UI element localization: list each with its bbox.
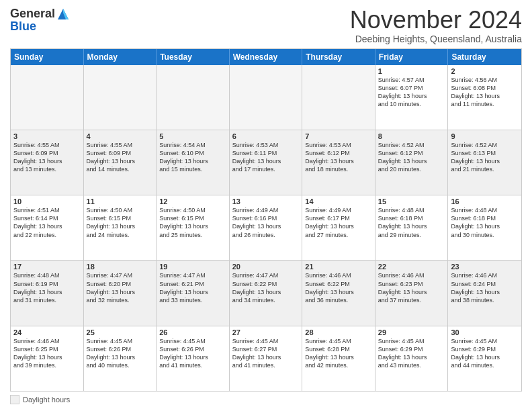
calendar-cell: 8Sunrise: 4:52 AMSunset: 6:12 PMDaylight… (375, 130, 449, 195)
logo-general-text: General (10, 7, 55, 21)
day-detail: Sunrise: 4:46 AMSunset: 6:25 PMDaylight:… (13, 337, 81, 370)
day-number: 6 (232, 132, 300, 140)
logo-triangle-icon (56, 7, 70, 21)
logo: General Blue (10, 7, 70, 34)
day-number: 23 (451, 263, 519, 271)
calendar-cell: 9Sunrise: 4:52 AMSunset: 6:13 PMDaylight… (448, 130, 521, 195)
day-number: 25 (87, 328, 154, 336)
day-detail: Sunrise: 4:49 AMSunset: 6:16 PMDaylight:… (232, 206, 300, 239)
day-number: 9 (451, 132, 519, 140)
calendar-cell: 16Sunrise: 4:48 AMSunset: 6:18 PMDayligh… (448, 195, 521, 260)
calendar-cell: 10Sunrise: 4:51 AMSunset: 6:14 PMDayligh… (11, 195, 84, 260)
calendar-cell: 19Sunrise: 4:47 AMSunset: 6:21 PMDayligh… (157, 261, 230, 325)
day-detail: Sunrise: 4:45 AMSunset: 6:27 PMDaylight:… (232, 337, 300, 370)
calendar-cell (11, 65, 84, 130)
calendar-header: SundayMondayTuesdayWednesdayThursdayFrid… (11, 49, 521, 65)
calendar-cell: 2Sunrise: 4:56 AMSunset: 6:08 PMDaylight… (448, 65, 521, 130)
calendar-week-1: 1Sunrise: 4:57 AMSunset: 6:07 PMDaylight… (11, 65, 521, 130)
day-detail: Sunrise: 4:51 AMSunset: 6:14 PMDaylight:… (13, 206, 81, 239)
day-detail: Sunrise: 4:48 AMSunset: 6:18 PMDaylight:… (378, 206, 445, 239)
calendar-week-3: 10Sunrise: 4:51 AMSunset: 6:14 PMDayligh… (11, 195, 521, 260)
calendar-header-sunday: Sunday (11, 49, 84, 65)
day-number: 12 (159, 197, 226, 205)
day-detail: Sunrise: 4:53 AMSunset: 6:11 PMDaylight:… (232, 141, 300, 174)
footer: Daylight hours (10, 395, 522, 404)
day-detail: Sunrise: 4:46 AMSunset: 6:22 PMDaylight:… (305, 271, 372, 304)
day-detail: Sunrise: 4:45 AMSunset: 6:29 PMDaylight:… (378, 337, 445, 370)
day-number: 22 (378, 263, 445, 271)
calendar-cell: 6Sunrise: 4:53 AMSunset: 6:11 PMDaylight… (230, 130, 303, 195)
calendar-cell: 29Sunrise: 4:45 AMSunset: 6:29 PMDayligh… (375, 326, 449, 391)
calendar-cell (230, 65, 303, 130)
calendar-cell: 21Sunrise: 4:46 AMSunset: 6:22 PMDayligh… (302, 261, 375, 325)
day-number: 4 (87, 132, 154, 140)
day-number: 10 (13, 197, 81, 205)
calendar-cell: 30Sunrise: 4:45 AMSunset: 6:29 PMDayligh… (448, 326, 521, 391)
day-number: 11 (87, 197, 154, 205)
month-title: November 2024 (350, 7, 522, 34)
calendar-cell: 1Sunrise: 4:57 AMSunset: 6:07 PMDaylight… (375, 65, 449, 130)
calendar-cell: 26Sunrise: 4:45 AMSunset: 6:26 PMDayligh… (157, 326, 230, 391)
calendar-body: 1Sunrise: 4:57 AMSunset: 6:07 PMDaylight… (11, 65, 521, 391)
day-detail: Sunrise: 4:53 AMSunset: 6:12 PMDaylight:… (305, 141, 372, 174)
day-number: 14 (305, 197, 372, 205)
calendar-header-saturday: Saturday (448, 49, 521, 65)
day-detail: Sunrise: 4:55 AMSunset: 6:09 PMDaylight:… (87, 141, 154, 174)
day-number: 27 (232, 328, 300, 336)
day-detail: Sunrise: 4:46 AMSunset: 6:23 PMDaylight:… (378, 271, 445, 304)
day-number: 19 (159, 263, 226, 271)
day-number: 1 (378, 67, 445, 75)
calendar-week-5: 24Sunrise: 4:46 AMSunset: 6:25 PMDayligh… (11, 326, 521, 391)
day-detail: Sunrise: 4:45 AMSunset: 6:29 PMDaylight:… (451, 337, 519, 370)
calendar-cell: 4Sunrise: 4:55 AMSunset: 6:09 PMDaylight… (84, 130, 157, 195)
day-number: 15 (378, 197, 445, 205)
calendar-cell: 28Sunrise: 4:45 AMSunset: 6:28 PMDayligh… (302, 326, 375, 391)
logo-blue-text: Blue (10, 19, 36, 34)
day-number: 26 (159, 328, 226, 336)
calendar-cell: 25Sunrise: 4:45 AMSunset: 6:26 PMDayligh… (84, 326, 157, 391)
calendar-cell: 17Sunrise: 4:48 AMSunset: 6:19 PMDayligh… (11, 261, 84, 325)
calendar-cell: 7Sunrise: 4:53 AMSunset: 6:12 PMDaylight… (302, 130, 375, 195)
calendar-cell: 12Sunrise: 4:50 AMSunset: 6:15 PMDayligh… (157, 195, 230, 260)
calendar-cell (157, 65, 230, 130)
day-number: 17 (13, 263, 81, 271)
day-detail: Sunrise: 4:52 AMSunset: 6:13 PMDaylight:… (451, 141, 519, 174)
day-detail: Sunrise: 4:55 AMSunset: 6:09 PMDaylight:… (13, 141, 81, 174)
day-number: 13 (232, 197, 300, 205)
day-detail: Sunrise: 4:57 AMSunset: 6:07 PMDaylight:… (378, 76, 445, 109)
header: General Blue November 2024 Deebing Heigh… (10, 7, 522, 44)
day-number: 5 (159, 132, 226, 140)
calendar-cell: 14Sunrise: 4:49 AMSunset: 6:17 PMDayligh… (302, 195, 375, 260)
day-number: 29 (378, 328, 445, 336)
day-number: 3 (13, 132, 81, 140)
calendar-cell: 23Sunrise: 4:46 AMSunset: 6:24 PMDayligh… (448, 261, 521, 325)
day-detail: Sunrise: 4:47 AMSunset: 6:20 PMDaylight:… (87, 271, 154, 304)
calendar-cell: 24Sunrise: 4:46 AMSunset: 6:25 PMDayligh… (11, 326, 84, 391)
day-detail: Sunrise: 4:54 AMSunset: 6:10 PMDaylight:… (159, 141, 226, 174)
day-detail: Sunrise: 4:47 AMSunset: 6:21 PMDaylight:… (159, 271, 226, 304)
title-area: November 2024 Deebing Heights, Queenslan… (350, 7, 522, 44)
calendar-header-thursday: Thursday (302, 49, 375, 65)
calendar-header-monday: Monday (84, 49, 157, 65)
day-detail: Sunrise: 4:56 AMSunset: 6:08 PMDaylight:… (451, 76, 519, 109)
day-detail: Sunrise: 4:50 AMSunset: 6:15 PMDaylight:… (159, 206, 226, 239)
page: General Blue November 2024 Deebing Heigh… (0, 0, 532, 411)
calendar-week-4: 17Sunrise: 4:48 AMSunset: 6:19 PMDayligh… (11, 260, 521, 325)
day-number: 8 (378, 132, 445, 140)
day-number: 16 (451, 197, 519, 205)
day-number: 2 (451, 67, 519, 75)
day-number: 30 (451, 328, 519, 336)
calendar-header-tuesday: Tuesday (157, 49, 230, 65)
day-detail: Sunrise: 4:49 AMSunset: 6:17 PMDaylight:… (305, 206, 372, 239)
day-detail: Sunrise: 4:45 AMSunset: 6:28 PMDaylight:… (305, 337, 372, 370)
calendar-cell: 18Sunrise: 4:47 AMSunset: 6:20 PMDayligh… (84, 261, 157, 325)
day-number: 28 (305, 328, 372, 336)
calendar-cell: 5Sunrise: 4:54 AMSunset: 6:10 PMDaylight… (157, 130, 230, 195)
day-number: 18 (87, 263, 154, 271)
day-number: 24 (13, 328, 81, 336)
day-detail: Sunrise: 4:46 AMSunset: 6:24 PMDaylight:… (451, 271, 519, 304)
calendar-cell: 22Sunrise: 4:46 AMSunset: 6:23 PMDayligh… (375, 261, 449, 325)
day-detail: Sunrise: 4:48 AMSunset: 6:19 PMDaylight:… (13, 271, 81, 304)
day-detail: Sunrise: 4:47 AMSunset: 6:22 PMDaylight:… (232, 271, 300, 304)
calendar-header-friday: Friday (375, 49, 449, 65)
